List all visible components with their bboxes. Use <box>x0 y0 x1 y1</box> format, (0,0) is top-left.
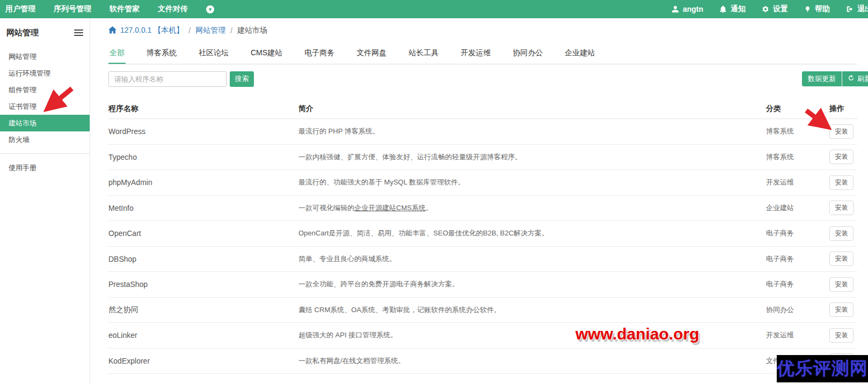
topbar-menu-item[interactable]: 软件管家 <box>110 4 140 14</box>
refresh-button[interactable]: 刷新 <box>842 71 868 86</box>
col-action: 操作 <box>829 104 857 114</box>
table-row: OpenCartOpenCart是开源、简洁、易用、功能丰富、SEO最佳优化的B… <box>108 221 857 247</box>
sidebar-divider <box>0 153 90 154</box>
tab[interactable]: 开发运维 <box>459 46 492 64</box>
table-row: 然之协同囊括 CRM系统、OA系统、考勤审批，记账软件的系统办公软件。协同办公安… <box>108 298 857 323</box>
tab[interactable]: 电子商务 <box>303 46 335 64</box>
app-name: OpenCart <box>108 229 298 238</box>
lightbulb-icon <box>804 5 811 13</box>
sidebar-item[interactable]: 建站市场 <box>0 115 90 131</box>
app-name: phpMyAdmin <box>108 178 298 187</box>
topbar-menu-item[interactable]: 用户管理 <box>5 4 35 14</box>
breadcrumb-current: 建站市场 <box>237 26 267 35</box>
search-button[interactable]: 搜索 <box>230 71 254 87</box>
breadcrumb-separator: / <box>188 26 191 35</box>
app-action-cell: 安装 <box>829 226 857 241</box>
sidebar-item[interactable]: 组件管理 <box>0 82 90 98</box>
app-description: 简单、专业且良心的商城系统。 <box>298 254 766 264</box>
topbar-menu-item[interactable]: 文件对传 <box>158 4 188 14</box>
app-description: 超级强大的 API 接口管理系统。 <box>298 330 766 340</box>
sidebar-item[interactable]: 网站管理 <box>0 48 90 65</box>
search-input[interactable] <box>108 71 227 87</box>
sidebar-item-manual[interactable]: 使用手册 <box>0 159 90 176</box>
app-description: 一款全功能、跨平台的免费开源电子商务解决方案。 <box>298 279 766 289</box>
app-category: 电子商务 <box>766 228 829 238</box>
app-category: 电子商务 <box>766 254 829 264</box>
col-name: 程序名称 <box>108 104 298 114</box>
topbar-menu-item[interactable]: 序列号管理 <box>54 4 91 14</box>
app-category: 文件网盘 <box>766 356 829 366</box>
content: 127.0.0.1 【本机】 / 网站管理 / 建站市场 全部博客系统社区论坛C… <box>90 18 868 384</box>
install-button[interactable]: 安装 <box>829 252 854 266</box>
breadcrumb-separator: / <box>230 26 232 35</box>
table-row: WordPress最流行的 PHP 博客系统。博客系统安装 <box>108 119 857 145</box>
gear-icon <box>762 5 769 13</box>
chevron-circle-down-icon[interactable]: ▾ <box>206 5 214 13</box>
sidebar-item[interactable]: 证书管理 <box>0 98 90 115</box>
app-action-cell: 安装 <box>829 328 857 343</box>
tab[interactable]: 企业建站 <box>564 46 596 64</box>
help-button[interactable]: 帮助 <box>804 4 830 14</box>
tab[interactable]: 文件网盘 <box>355 46 388 64</box>
bell-icon <box>719 5 727 13</box>
topbar-menu: 用户管理序列号管理软件管家文件对传 <box>5 4 188 14</box>
app-description: 一款内核强健、扩展方便、体验友好、运行流畅的轻量级开源博客程序。 <box>298 152 766 162</box>
app-category: 开发运维 <box>766 330 829 340</box>
tab[interactable]: 协同办公 <box>512 46 544 64</box>
logout-button[interactable]: 退出 <box>846 4 868 14</box>
install-button[interactable]: 安装 <box>829 277 854 292</box>
app-category: 企业建站 <box>766 203 829 213</box>
app-name: Typecho <box>108 153 298 161</box>
app-name: DBShop <box>108 255 298 263</box>
table-row: eoLinker超级强大的 API 接口管理系统。开发运维安装 <box>108 323 857 349</box>
app-action-cell: 安装 <box>829 353 857 368</box>
home-icon <box>108 26 116 35</box>
app-action-cell: 安装 <box>829 175 857 190</box>
table-row: DBShop简单、专业且良心的商城系统。电子商务安装 <box>108 247 857 272</box>
table-header: 程序名称 简介 分类 操作 <box>108 99 857 119</box>
app-description: 囊括 CRM系统、OA系统、考勤审批，记账软件的系统办公软件。 <box>298 305 766 315</box>
tab[interactable]: 站长工具 <box>407 46 440 64</box>
sidebar: 网站管理 网站管理运行环境管理组件管理证书管理建站市场防火墙 使用手册 <box>0 18 90 384</box>
refresh-icon <box>848 75 855 83</box>
data-update-button[interactable]: 数据更新 <box>802 71 842 86</box>
install-button[interactable]: 安装 <box>829 353 854 368</box>
app-category: 协同办公 <box>766 305 829 315</box>
app-description: 最流行的、功能强大的基于 MySQL 数据库管理软件。 <box>298 178 766 187</box>
app-category: 博客系统 <box>766 152 829 162</box>
install-button[interactable]: 安装 <box>829 226 854 241</box>
logout-label: 退出 <box>857 4 868 14</box>
sidebar-item[interactable]: 运行环境管理 <box>0 65 90 82</box>
app-table: 程序名称 简介 分类 操作 WordPress最流行的 PHP 博客系统。博客系… <box>108 99 857 374</box>
user-menu[interactable]: angtn <box>672 5 703 13</box>
breadcrumb-host-link[interactable]: 127.0.0.1 【本机】 <box>108 26 184 35</box>
install-button[interactable]: 安装 <box>829 302 854 317</box>
sidebar-title: 网站管理 <box>6 28 39 38</box>
install-button[interactable]: 安装 <box>829 328 854 343</box>
tabs: 全部博客系统社区论坛CMS建站电子商务文件网盘站长工具开发运维协同办公企业建站 <box>108 46 857 64</box>
tab[interactable]: 博客系统 <box>145 46 178 64</box>
tab[interactable]: CMS建站 <box>250 46 283 64</box>
sign-out-icon <box>846 5 854 13</box>
install-button[interactable]: 安装 <box>829 150 854 164</box>
app-name: WordPress <box>108 127 298 136</box>
topbar: 用户管理序列号管理软件管家文件对传 ▾ angtn 通知 设置 帮助 <box>0 0 868 18</box>
app-description: OpenCart是开源、简洁、易用、功能丰富、SEO最佳优化的B2B, B2C解… <box>298 228 766 238</box>
install-button[interactable]: 安装 <box>829 201 854 215</box>
settings-button[interactable]: 设置 <box>762 4 788 14</box>
app-description: 一款私有网盘/在线文档管理系统。 <box>298 356 766 366</box>
hamburger-icon[interactable] <box>74 28 83 38</box>
table-body: WordPress最流行的 PHP 博客系统。博客系统安装Typecho一款内核… <box>108 119 857 374</box>
tab[interactable]: 全部 <box>108 46 126 64</box>
notifications-button[interactable]: 通知 <box>719 4 746 14</box>
table-row: phpMyAdmin最流行的、功能强大的基于 MySQL 数据库管理软件。开发运… <box>108 170 857 196</box>
tab[interactable]: 社区论坛 <box>198 46 230 64</box>
help-label: 帮助 <box>815 4 830 14</box>
app-action-cell: 安装 <box>829 124 857 139</box>
install-button[interactable]: 安装 <box>829 175 854 190</box>
app-category: 开发运维 <box>766 178 829 187</box>
install-button[interactable]: 安装 <box>829 124 854 139</box>
sidebar-item[interactable]: 防火墙 <box>0 131 90 148</box>
user-name: angtn <box>683 5 703 13</box>
breadcrumb-section-link[interactable]: 网站管理 <box>195 26 225 35</box>
